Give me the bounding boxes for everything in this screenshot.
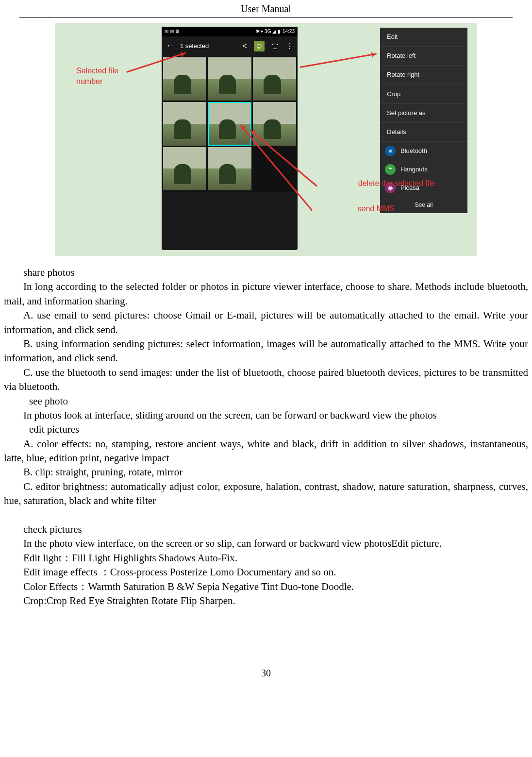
gallery-thumb[interactable] bbox=[253, 57, 296, 101]
p-mms: B. using information sending pictures: s… bbox=[4, 337, 528, 366]
more-icon[interactable]: ⋮ bbox=[286, 41, 294, 51]
p-edit-pictures: edit pictures bbox=[4, 422, 528, 437]
p-email: A. use email to send pictures: choose Gm… bbox=[4, 308, 528, 337]
status-bar: ✉ ✉ ⚙ ✱ ▾ 3G ◢ ▮ 14:23 bbox=[162, 27, 298, 36]
p-edit-light: Edit light：Fill Light Highlights Shadows… bbox=[4, 551, 528, 565]
body-content: share photos In long according to the se… bbox=[0, 266, 532, 608]
arrow-to-menu bbox=[300, 53, 377, 68]
p-color-effects2: Color Effects：Warmth Saturation B &W Sep… bbox=[4, 580, 528, 594]
bluetooth-label: Bluetooth bbox=[400, 147, 427, 155]
p-check-pictures: check pictures bbox=[4, 522, 528, 537]
gallery-thumb[interactable] bbox=[208, 147, 251, 190]
screenshot-figure: ✉ ✉ ⚙ ✱ ▾ 3G ◢ ▮ 14:23 ← 1 selected < ☺ … bbox=[55, 23, 477, 256]
menu-set-picture-as[interactable]: Set picture as bbox=[380, 104, 467, 123]
p-share-photos: share photos bbox=[4, 266, 528, 280]
p-clip: B. clip: straight, pruning, rotate, mirr… bbox=[4, 465, 528, 479]
mms-icon[interactable]: ☺ bbox=[254, 41, 265, 51]
signal-icons: ✱ ▾ 3G ◢ ▮ bbox=[256, 28, 281, 35]
page-number: 30 bbox=[0, 666, 532, 680]
delete-icon[interactable]: 🗑 bbox=[271, 41, 279, 51]
annotation-send-mms: send MMS bbox=[358, 203, 395, 214]
p-see-desc: In photos look at interface, sliding aro… bbox=[4, 408, 528, 422]
gallery-thumb[interactable] bbox=[163, 57, 206, 101]
hangouts-icon: ❝ bbox=[385, 164, 396, 175]
gallery-thumb[interactable] bbox=[163, 147, 206, 190]
p-color-effects: A. color effects: no, stamping, restore … bbox=[4, 437, 528, 466]
gallery-thumb[interactable] bbox=[163, 102, 206, 145]
gallery-grid bbox=[162, 56, 298, 192]
share-bluetooth[interactable]: ∗ Bluetooth bbox=[380, 142, 467, 160]
gallery-thumb-selected[interactable] bbox=[208, 102, 251, 145]
share-hangouts[interactable]: ❝ Hangouts bbox=[380, 160, 467, 179]
p-crop: Crop:Crop Red Eye Straighten Rotate Flip… bbox=[4, 594, 528, 608]
hangouts-label: Hangouts bbox=[400, 165, 428, 174]
annotation-selected-file: Selected file number bbox=[76, 66, 125, 87]
clock: 14:23 bbox=[283, 28, 295, 35]
gallery-thumb[interactable] bbox=[208, 57, 251, 101]
p-see-photo: see photo bbox=[4, 394, 528, 408]
header-title: User Manual bbox=[241, 3, 291, 14]
menu-rotate-left[interactable]: Rotate left bbox=[380, 47, 467, 66]
menu-rotate-right[interactable]: Rotate right bbox=[380, 66, 467, 84]
menu-edit[interactable]: Edit bbox=[380, 28, 467, 47]
phone-mockup: ✉ ✉ ⚙ ✱ ▾ 3G ◢ ▮ 14:23 ← 1 selected < ☺ … bbox=[162, 27, 298, 250]
menu-crop[interactable]: Crop bbox=[380, 85, 467, 104]
page-header: User Manual bbox=[19, 0, 513, 18]
status-left-icons: ✉ ✉ ⚙ bbox=[165, 28, 180, 35]
bluetooth-icon: ∗ bbox=[385, 146, 396, 156]
p-share-desc: In long according to the selected folder… bbox=[4, 280, 528, 308]
selection-count: 1 selected bbox=[180, 42, 236, 50]
status-right: ✱ ▾ 3G ◢ ▮ 14:23 bbox=[256, 28, 295, 35]
back-icon[interactable]: ← bbox=[166, 40, 174, 52]
annotation-delete: delete the selected file bbox=[358, 178, 435, 189]
p-brightness: C. editor brightness: automatically adju… bbox=[4, 480, 528, 508]
p-check-desc: In the photo view interface, on the scre… bbox=[4, 537, 528, 551]
p-edit-effects: Edit image effects ：Cross-process Poster… bbox=[4, 565, 528, 579]
share-icon[interactable]: < bbox=[242, 41, 247, 51]
menu-details[interactable]: Details bbox=[380, 123, 467, 142]
p-bluetooth: C. use the bluetooth to send images: und… bbox=[4, 366, 528, 394]
